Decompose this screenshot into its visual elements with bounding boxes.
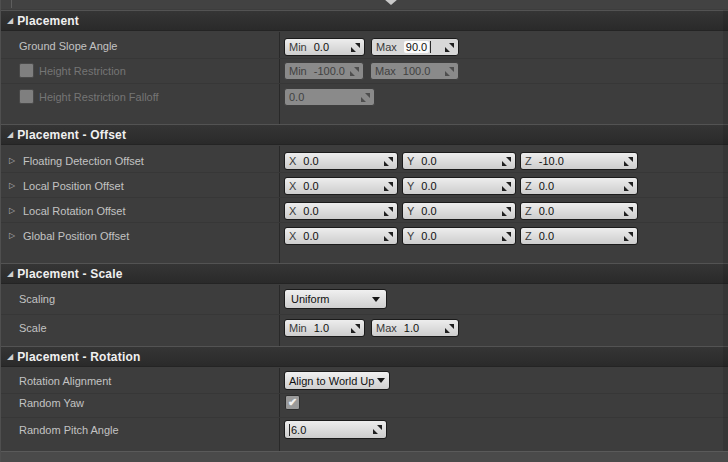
column-splitter[interactable] (279, 368, 280, 451)
details-panel: ◢ Placement Ground Slope Angle Min 0.0 M… (0, 0, 728, 462)
z-spinbox[interactable]: Z 0.0 (520, 177, 638, 195)
splitter-tick (11, 0, 12, 8)
chevron-down-icon (372, 297, 380, 302)
z-spinbox[interactable]: Z -10.0 (520, 152, 638, 170)
spin-arrows-icon[interactable] (445, 43, 454, 52)
column-splitter[interactable] (279, 285, 280, 346)
spin-arrows-icon[interactable] (445, 324, 454, 333)
property-label-floating-detection-offset: Floating Detection Offset (23, 154, 144, 168)
spin-arrows-icon[interactable] (384, 182, 393, 191)
chevron-down-icon[interactable] (384, 0, 398, 5)
x-prefix: X (289, 180, 296, 192)
min-value: 0.0 (314, 41, 329, 53)
height-restriction-enable-checkbox[interactable] (19, 63, 34, 78)
section-title: Placement - Offset (17, 128, 126, 142)
x-spinbox[interactable]: X 0.0 (284, 152, 398, 170)
z-value: 0.0 (539, 180, 554, 192)
x-prefix: X (289, 205, 296, 217)
property-label-height-restriction-falloff: Height Restriction Falloff (39, 90, 159, 104)
scaling-dropdown[interactable]: Uniform (284, 289, 387, 309)
column-splitter[interactable] (279, 32, 280, 124)
spin-arrows-icon[interactable] (502, 182, 511, 191)
z-spinbox[interactable]: Z 0.0 (520, 227, 638, 245)
property-label-height-restriction: Height Restriction (39, 64, 126, 78)
height-restriction-falloff-enable-checkbox[interactable] (19, 89, 34, 104)
spin-arrows-icon (361, 93, 370, 102)
x-spinbox[interactable]: X 0.0 (284, 202, 398, 220)
dropdown-selected-value: Uniform (291, 293, 330, 305)
y-prefix: Y (407, 155, 414, 167)
expander-arrow-icon[interactable]: ▷ (9, 230, 19, 242)
spinbox-height-restriction-falloff: 0.0 (284, 88, 375, 106)
spin-arrows-icon[interactable] (373, 425, 382, 434)
expander-arrow-icon[interactable]: ▷ (9, 155, 19, 167)
z-prefix: Z (525, 230, 532, 242)
x-prefix: X (289, 230, 296, 242)
property-label-random-pitch-angle: Random Pitch Angle (19, 423, 119, 437)
x-value: 0.0 (303, 180, 318, 192)
property-label-ground-slope-angle: Ground Slope Angle (19, 39, 117, 53)
row-divider (1, 197, 728, 198)
spin-arrows-icon[interactable] (502, 232, 511, 241)
expanded-triangle-icon: ◢ (7, 17, 13, 25)
spin-arrows-icon[interactable] (624, 207, 633, 216)
y-prefix: Y (407, 180, 414, 192)
expanded-triangle-icon: ◢ (7, 353, 13, 361)
check-icon: ✔ (288, 397, 297, 408)
field-value: 6.0 (291, 424, 306, 436)
chevron-down-icon (377, 378, 385, 383)
random-pitch-angle-spinbox[interactable]: 6.0 (284, 420, 387, 439)
z-spinbox[interactable]: Z 0.0 (520, 202, 638, 220)
spin-arrows-icon[interactable] (624, 232, 633, 241)
spin-arrows-icon[interactable] (624, 182, 633, 191)
spin-arrows-icon[interactable] (351, 324, 360, 333)
x-value: 0.0 (303, 155, 318, 167)
section-header-placement-offset[interactable]: ◢ Placement - Offset (1, 124, 728, 145)
z-prefix: Z (525, 205, 532, 217)
row-divider (1, 58, 728, 59)
min-value: -100.0 (314, 65, 345, 77)
max-prefix: Max (375, 65, 396, 77)
min-value: 1.0 (314, 322, 329, 334)
column-splitter[interactable] (279, 146, 280, 263)
field-value: 0.0 (289, 91, 304, 103)
x-value: 0.0 (303, 205, 318, 217)
spin-arrows-icon[interactable] (502, 207, 511, 216)
y-spinbox[interactable]: Y 0.0 (402, 152, 516, 170)
spin-arrows-icon[interactable] (384, 207, 393, 216)
y-spinbox[interactable]: Y 0.0 (402, 177, 516, 195)
rotation-alignment-dropdown[interactable]: Align to World Up (284, 371, 390, 390)
min-prefix: Min (289, 41, 307, 53)
spin-arrows-icon[interactable] (502, 157, 511, 166)
min-spinbox-scale[interactable]: Min 1.0 (284, 319, 365, 337)
z-value: 0.0 (539, 230, 554, 242)
y-spinbox[interactable]: Y 0.0 (402, 202, 516, 220)
spin-arrows-icon[interactable] (351, 43, 360, 52)
max-prefix: Max (376, 322, 397, 334)
x-spinbox[interactable]: X 0.0 (284, 177, 398, 195)
y-value: 0.0 (421, 205, 436, 217)
max-spinbox-ground-slope[interactable]: Max 90.0 (371, 38, 459, 56)
max-value: 100.0 (403, 65, 431, 77)
section-title: Placement - Scale (17, 267, 122, 281)
section-header-placement-rotation[interactable]: ◢ Placement - Rotation (1, 346, 728, 367)
expander-arrow-icon[interactable]: ▷ (9, 205, 19, 217)
x-prefix: X (289, 155, 296, 167)
row-divider (1, 222, 728, 223)
y-value: 0.0 (421, 155, 436, 167)
text-caret (289, 424, 290, 436)
section-header-placement-scale[interactable]: ◢ Placement - Scale (1, 263, 728, 284)
spin-arrows-icon[interactable] (384, 157, 393, 166)
random-yaw-checkbox[interactable]: ✔ (285, 395, 300, 410)
max-value-selected: 90.0 (404, 41, 429, 53)
expander-arrow-icon[interactable]: ▷ (9, 180, 19, 192)
min-spinbox-ground-slope[interactable]: Min 0.0 (284, 38, 365, 56)
z-value: -10.0 (539, 155, 564, 167)
x-spinbox[interactable]: X 0.0 (284, 227, 398, 245)
spin-arrows-icon[interactable] (384, 232, 393, 241)
max-spinbox-scale[interactable]: Max 1.0 (371, 319, 459, 337)
section-header-placement[interactable]: ◢ Placement (1, 10, 728, 31)
property-label-scaling: Scaling (19, 292, 55, 306)
y-spinbox[interactable]: Y 0.0 (402, 227, 516, 245)
spin-arrows-icon[interactable] (624, 157, 633, 166)
